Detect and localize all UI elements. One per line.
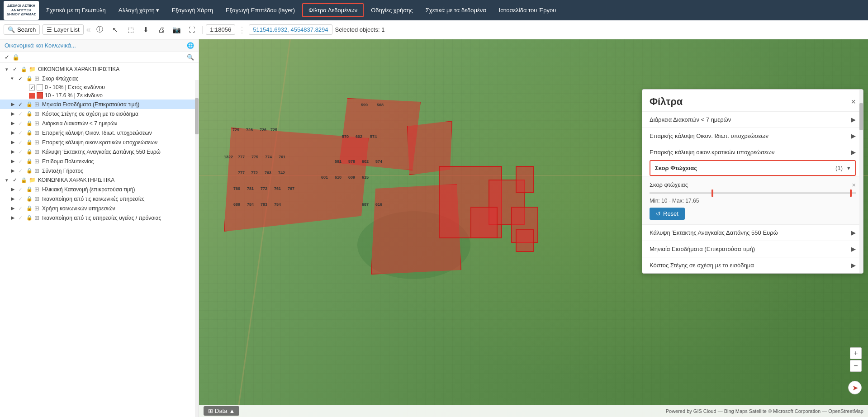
nav-filter-data[interactable]: Φίλτρα Δεδομένων [302, 3, 364, 17]
layer-mhniaia-row[interactable]: ▶ ✓ 🔒 ⊞ Μηνιαία Εισοδήματα (Επικρατούσα … [0, 100, 199, 109]
layer-xrisi-row[interactable]: ▶ ✓ 🔒 ⊞ Χρήση κοινωνικών υπηρεσιών [0, 204, 199, 213]
filter-kalypsi-chevron: ▶ [851, 229, 856, 236]
aspect-ratio-button[interactable]: ⛶ [186, 24, 199, 36]
filter-eparkis-krat-label: Επαρκής κάλυψη οικον.κρατικών υποχρεώσεω… [650, 149, 775, 156]
filter-diarkeia-label: Διάρκεια Διακοπών < 7 ημερών [650, 116, 731, 123]
photo-button[interactable]: 📷 [171, 24, 183, 36]
filter-kalypsi-row[interactable]: Κάλυψη Έκτακτης Αναγκαίας Δαπάνης 550 Ευ… [642, 224, 863, 241]
zoom-controls: + − [850, 347, 862, 372]
cursor-tool[interactable]: ↖ [109, 24, 122, 36]
layer-syntaxi-row[interactable]: ▶ ✓ 🔒 ⊞ Σύνταξη Γήρατος [0, 166, 199, 175]
filter-skor-active-row[interactable]: Σκορ Φτώχειας (1) ▾ [650, 160, 856, 176]
check-kalypsi: ✓ [18, 149, 24, 155]
rectangle-select-tool[interactable]: ⬚ [124, 24, 137, 36]
panel-scrollbar-thumb[interactable] [859, 103, 863, 130]
checkbox-0-10[interactable] [29, 85, 35, 90]
chevron-ikan-koin: ▶ [11, 196, 16, 202]
layer-diarkeia-row[interactable]: ▶ ✓ 🔒 ⊞ Διάρκεια Διακοπών < 7 ημερών [0, 118, 199, 128]
group-koinwnika-row[interactable]: ▾ ✓ 🔒 📁 ΚΟΙΝΩΝΙΚΑ ΧΑΡΑΚΤΗΡΙΣΤΙΚΑ [0, 175, 199, 185]
panel-scrollbar[interactable] [859, 90, 863, 273]
grid-kalypsi-icon: ⊞ [34, 148, 39, 155]
filter-skor-chevron: ▾ [847, 165, 850, 171]
reset-button[interactable]: ↺ Reset [650, 208, 685, 220]
color-swatch-0-10 [37, 84, 43, 90]
compass-button[interactable]: ➤ [848, 381, 862, 394]
range-thumb-right[interactable] [850, 190, 852, 197]
info-button[interactable]: ⓘ [94, 24, 106, 36]
layer-list-button[interactable]: ☰ Layer List [43, 24, 83, 35]
sidebar-breadcrumb[interactable]: Οικονομικά και Κοινωνικά... [5, 42, 76, 49]
lock-syntaxi: 🔒 [26, 168, 33, 174]
group-koinwnika-label: ΚΟΙΝΩΝΙΚΑ ΧΑΡΑΚΤΗΡΙΣΤΙΚΑ [38, 177, 114, 183]
layer-kostos-label: Κόστος Στέγης σε σχέση με το εισόδημα [42, 111, 138, 117]
range-thumb-left[interactable] [711, 190, 713, 197]
group-oikonomika-row[interactable]: ▾ ✓ 🔒 📁 ΟΙΚΟΝΟΜΙΚΑ ΧΑΡΑΚΤΗΡΙΣΤΙΚΑ [0, 65, 199, 74]
filter-eparkis-krat-row[interactable]: Επαρκής κάλυψη οικον.κρατικών υποχρεώσεω… [642, 144, 863, 160]
magnify-icon[interactable]: 🔍 [187, 54, 194, 61]
zoom-out-button[interactable]: − [850, 360, 862, 372]
check-eparkis-krat: ✓ [18, 139, 24, 146]
layer-ikan-koin-row[interactable]: ▶ ✓ 🔒 ⊞ Ικανοποίηση από τις κοινωνικές υ… [0, 194, 199, 204]
nav-about-geopile[interactable]: Σχετικά με τη Γεωπύλη [41, 4, 111, 16]
nav-project-site[interactable]: Ιστοσελίδα του Έργου [493, 4, 562, 16]
lock-oikonomika: 🔒 [21, 66, 27, 72]
layer-eparkis-krat-row[interactable]: ▶ ✓ 🔒 ⊞ Επαρκής κάλυψη οικον.κρατικών υπ… [0, 137, 199, 147]
check-eparkis-idiot: ✓ [18, 130, 24, 136]
folder-koinwnika-icon: 📁 [29, 177, 36, 183]
lock-kalypsi: 🔒 [26, 149, 33, 155]
filter-mhniaia-label: Μηνιαία Εισοδήματα (Επικρατούσα τιμή) [650, 246, 755, 252]
layer-ikan-ygeia-row[interactable]: ▶ ✓ 🔒 ⊞ Ικανοποίηση από τις υπηρεσίες υγ… [0, 213, 199, 223]
grid-xrisi-icon: ⊞ [34, 205, 39, 212]
globe-icon[interactable]: 🌐 [187, 42, 194, 49]
filter-eparkis-idiot-row[interactable]: Επαρκής κάλυψη Οικον. Ιδιωτ. υποχρεώσεων… [642, 128, 863, 144]
chevron-syntaxi: ▶ [11, 168, 16, 174]
data-button[interactable]: ⊞ Data ▲ [204, 406, 239, 416]
layer-kostos-row[interactable]: ▶ ✓ 🔒 ⊞ Κόστος Στέγης σε σχέση με το εισ… [0, 109, 199, 118]
reset-label: Reset [663, 210, 678, 217]
check-all-icon[interactable]: ✓ [5, 54, 9, 61]
nav-about-data[interactable]: Σχετικά με τα δεδομένα [420, 4, 492, 16]
lock-mhniaia: 🔒 [26, 101, 33, 107]
folder-oikonomika-icon: 📁 [29, 66, 36, 72]
search-box[interactable]: 🔍 Search [4, 24, 40, 35]
chevron-koinwnika: ▾ [5, 177, 11, 183]
grid-mhniaia-icon: ⊞ [34, 101, 39, 108]
selected-objects-display: Selected objects: 1 [335, 26, 385, 33]
download-button[interactable]: ⬇ [140, 24, 152, 36]
layer-skor-row[interactable]: ▾ ✓ 🔒 ⊞ Σκορ Φτώχειας [0, 74, 199, 83]
range-track[interactable] [650, 192, 856, 194]
filter-skor-sub-close[interactable]: × [852, 181, 856, 189]
checkbox-10-17[interactable] [29, 93, 35, 99]
layer-epidoma-row[interactable]: ▶ ✓ 🔒 ⊞ Επίδομα Πολυτεκνίας [0, 156, 199, 166]
scrollbar-thumb[interactable] [195, 98, 199, 134]
range-labels: Min: 10 - Max: 17.65 [650, 198, 856, 204]
sidebar-scrollbar[interactable] [195, 80, 199, 417]
filter-mhniaia-row[interactable]: Μηνιαία Εισοδήματα (Επικρατούσα τιμή) ▶ [642, 241, 863, 257]
nav-usage-guide[interactable]: Οδηγίες χρήσης [365, 4, 418, 16]
zoom-in-button[interactable]: + [850, 347, 862, 359]
grid-syntaxi-icon: ⊞ [34, 167, 39, 174]
lock-all-icon[interactable]: 🔒 [12, 54, 19, 61]
map-area[interactable]: 7297287267255995681322777775774761570602… [199, 39, 868, 417]
sidebar: Οικονομικά και Κοινωνικά... 🌐 ✓ 🔒 🔍 ▾ ✓ … [0, 39, 199, 417]
subitem-10-17[interactable]: 10 - 17.6 % | Σε κίνδυνο [0, 91, 199, 100]
layer-eparkis-idiot-row[interactable]: ▶ ✓ 🔒 ⊞ Επαρκής κάλυψη Οικον. Ιδιωτ. υπο… [0, 128, 199, 137]
filter-kostos-row[interactable]: Κόστος Στέγης σε σχέση με το εισόδημα ▶ [642, 257, 863, 273]
range-fill [650, 192, 856, 194]
data-icon: ⊞ [208, 408, 213, 414]
filter-skor-sub-title: Σκορ φτώχειας [650, 181, 688, 188]
layer-ilikiki-row[interactable]: ▶ ✓ 🔒 ⊞ Ηλικιακή Κατανομή (επικρατούσα τ… [0, 185, 199, 194]
subitem-0-10[interactable]: 0 - 10% | Εκτός κινδύνου [0, 83, 199, 91]
layer-kalypsi-row[interactable]: ▶ ✓ 🔒 ⊞ Κάλυψη Έκτακτης Αναγκαίας Δαπάνη… [0, 147, 199, 156]
filters-close-button[interactable]: × [851, 97, 856, 107]
filter-kostos-label: Κόστος Στέγης σε σχέση με το εισόδημα [650, 262, 754, 269]
filter-diarkeia-row[interactable]: Διάρκεια Διακοπών < 7 ημερών ▶ [642, 111, 863, 128]
chevron-ikan-ygeia: ▶ [11, 215, 16, 221]
nav-export-layer[interactable]: Εξαγωγή Επιπέδου (layer) [220, 4, 300, 16]
nav-export-map[interactable]: Εξαγωγή Χάρτη [166, 4, 218, 16]
grid-eparkis-krat-icon: ⊞ [34, 139, 39, 146]
print-button[interactable]: 🖨 [155, 24, 168, 36]
check-syntaxi: ✓ [18, 168, 24, 174]
check-skor: ✓ [18, 76, 24, 82]
nav-change-map[interactable]: Αλλαγή χάρτη ▾ [113, 4, 165, 16]
